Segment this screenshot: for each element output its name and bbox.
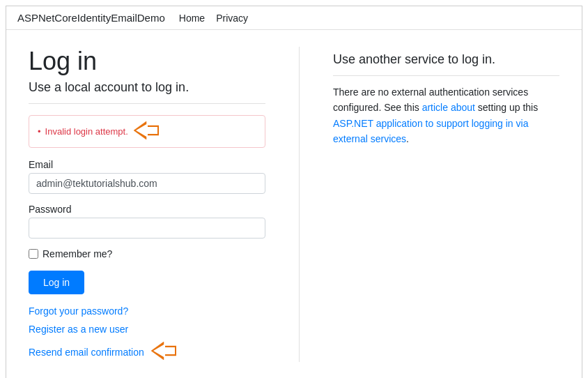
column-divider — [299, 47, 300, 362]
forgot-password-link[interactable]: Forgot your password? — [29, 305, 265, 317]
nav-item-home: Home — [179, 13, 205, 24]
remember-group: Remember me? — [29, 248, 265, 259]
validation-error-text: Invalid login attempt. — [45, 126, 128, 137]
navbar: ASPNetCoreIdentityEmailDemo Home Privacy — [6, 6, 582, 30]
register-link[interactable]: Register as a new user — [29, 324, 265, 335]
page-border: ASPNetCoreIdentityEmailDemo Home Privacy… — [6, 6, 582, 378]
navbar-brand[interactable]: ASPNetCoreIdentityEmailDemo — [17, 12, 165, 24]
password-label: Password — [29, 204, 265, 215]
link-group: Forgot your password? Register as a new … — [29, 305, 265, 362]
left-column: Log in Use a local account to log in. In… — [29, 47, 265, 362]
right-title: Use another service to log in. — [333, 52, 559, 76]
external-desc-end: . — [406, 133, 409, 144]
remember-label[interactable]: Remember me? — [42, 248, 112, 259]
validation-summary: Invalid login attempt. — [29, 115, 265, 148]
main-content: Log in Use a local account to log in. In… — [6, 30, 582, 378]
navbar-nav: Home Privacy — [179, 13, 248, 24]
remember-checkbox[interactable] — [29, 249, 38, 259]
email-label: Email — [29, 159, 265, 170]
arrow-annotation-1 — [132, 121, 159, 142]
external-info: There are no external authentication ser… — [333, 84, 559, 147]
resend-confirmation-link[interactable]: Resend email confirmation — [29, 347, 144, 358]
password-group: Password — [29, 204, 265, 239]
password-input[interactable] — [29, 218, 265, 239]
aspnet-link[interactable]: ASP.NET application to support logging i… — [333, 118, 528, 144]
page-title: Log in — [29, 47, 265, 76]
external-desc-middle: setting up this — [475, 102, 538, 113]
validation-list: Invalid login attempt. — [38, 121, 256, 142]
login-form: Email Password Remember me? Log in — [29, 159, 265, 305]
arrow-annotation-2 — [150, 342, 176, 362]
validation-error-item: Invalid login attempt. — [38, 121, 256, 142]
nav-item-privacy: Privacy — [216, 13, 248, 24]
email-group: Email — [29, 159, 265, 194]
nav-link-home[interactable]: Home — [179, 13, 205, 24]
login-button[interactable]: Log in — [29, 271, 84, 294]
article-link[interactable]: article about — [422, 102, 475, 113]
subtitle: Use a local account to log in. — [29, 80, 265, 104]
right-column: Use another service to log in. There are… — [333, 47, 559, 362]
email-input[interactable] — [29, 173, 265, 194]
resend-row: Resend email confirmation — [29, 342, 265, 362]
nav-link-privacy[interactable]: Privacy — [216, 13, 248, 24]
